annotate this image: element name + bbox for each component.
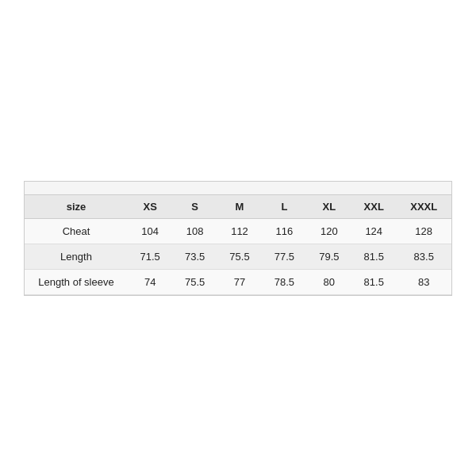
cell-r0-c0: 104 [128, 218, 172, 244]
cell-r2-c2: 77 [217, 269, 262, 294]
cell-r1-c2: 75.5 [217, 244, 262, 269]
cell-r1-c3: 77.5 [262, 244, 306, 269]
header-cell-xxl: XXL [351, 195, 396, 219]
cell-r1-c4: 79.5 [307, 244, 351, 269]
table-row: Length of sleeve7475.57778.58081.583 [25, 269, 451, 294]
header-cell-xs: XS [128, 195, 172, 219]
cell-r0-c4: 120 [307, 218, 351, 244]
cell-r2-c1: 75.5 [172, 269, 217, 294]
header-cell-s: S [172, 195, 217, 219]
row-label-0: Cheat [25, 218, 128, 244]
chart-title-row [25, 182, 451, 195]
table-row: Length71.573.575.577.579.581.583.5 [25, 244, 451, 269]
cell-r1-c5: 81.5 [351, 244, 396, 269]
header-cell-xl: XL [307, 195, 351, 219]
cell-r2-c0: 74 [128, 269, 172, 294]
size-chart-table: sizeXSSMLXLXXLXXXL Cheat1041081121161201… [25, 195, 451, 295]
cell-r0-c1: 108 [172, 218, 217, 244]
table-body: Cheat104108112116120124128Length71.573.5… [25, 218, 451, 294]
header-cell-l: L [262, 195, 306, 219]
cell-r2-c6: 83 [396, 269, 451, 294]
cell-r0-c3: 116 [262, 218, 306, 244]
table-row: Cheat104108112116120124128 [25, 218, 451, 244]
row-label-2: Length of sleeve [25, 269, 128, 294]
size-chart-container: sizeXSSMLXLXXLXXXL Cheat1041081121161201… [24, 181, 452, 296]
cell-r1-c1: 73.5 [172, 244, 217, 269]
row-label-1: Length [25, 244, 128, 269]
cell-r2-c5: 81.5 [351, 269, 396, 294]
table-header-row: sizeXSSMLXLXXLXXXL [25, 195, 451, 219]
header-cell-xxxl: XXXL [396, 195, 451, 219]
cell-r2-c3: 78.5 [262, 269, 306, 294]
cell-r0-c5: 124 [351, 218, 396, 244]
header-cell-m: M [217, 195, 262, 219]
cell-r0-c6: 128 [396, 218, 451, 244]
cell-r0-c2: 112 [217, 218, 262, 244]
header-cell-size: size [25, 195, 128, 219]
cell-r2-c4: 80 [307, 269, 351, 294]
cell-r1-c6: 83.5 [396, 244, 451, 269]
cell-r1-c0: 71.5 [128, 244, 172, 269]
